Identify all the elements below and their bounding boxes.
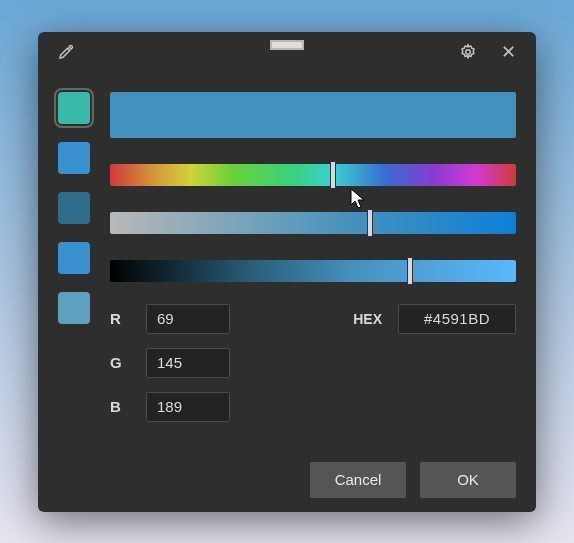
hex-input[interactable] bbox=[398, 304, 516, 334]
hex-label: HEX bbox=[353, 311, 388, 327]
b-label: B bbox=[110, 398, 136, 415]
swatch-2[interactable] bbox=[58, 192, 90, 224]
r-label: R bbox=[110, 310, 136, 327]
titlebar: ✕ bbox=[38, 32, 536, 72]
close-icon[interactable]: ✕ bbox=[492, 36, 524, 68]
saturation-slider[interactable] bbox=[110, 212, 516, 234]
color-preview bbox=[110, 92, 516, 138]
swatch-1[interactable] bbox=[58, 142, 90, 174]
swatch-0[interactable] bbox=[58, 92, 90, 124]
hue-slider[interactable] bbox=[110, 164, 516, 186]
swatch-3[interactable] bbox=[58, 242, 90, 274]
g-label: G bbox=[110, 354, 136, 371]
swatch-column bbox=[38, 72, 110, 498]
swatch-4[interactable] bbox=[58, 292, 90, 324]
g-input[interactable] bbox=[146, 348, 230, 378]
saturation-thumb[interactable] bbox=[367, 209, 373, 237]
lightness-thumb[interactable] bbox=[407, 257, 413, 285]
lightness-slider[interactable] bbox=[110, 260, 516, 282]
cancel-button[interactable]: Cancel bbox=[310, 462, 406, 498]
svg-point-0 bbox=[466, 49, 471, 54]
hue-thumb[interactable] bbox=[330, 161, 336, 189]
color-picker-dialog: ✕ R HEX bbox=[38, 32, 536, 512]
b-input[interactable] bbox=[146, 392, 230, 422]
ok-button[interactable]: OK bbox=[420, 462, 516, 498]
eyedropper-icon[interactable] bbox=[50, 36, 82, 68]
r-input[interactable] bbox=[146, 304, 230, 334]
settings-icon[interactable] bbox=[452, 36, 484, 68]
drag-handle-icon[interactable] bbox=[270, 40, 304, 50]
